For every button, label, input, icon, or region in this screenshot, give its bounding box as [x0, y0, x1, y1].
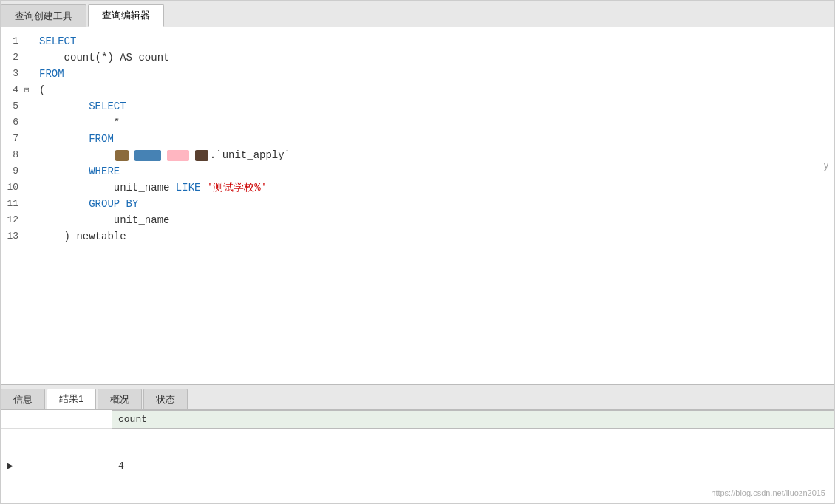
- line-content-13: ) newtable: [36, 228, 126, 245]
- result-tab-bar: 信息 结果1 概况 状态: [1, 385, 834, 410]
- line-num-10: 10: [1, 180, 24, 196]
- results-table: count ▶ 4: [1, 410, 834, 503]
- code-line-10: 10 unit_name LIKE '测试学校%': [1, 180, 834, 196]
- code-line-7: 7 FROM: [1, 131, 834, 147]
- results-content: count ▶ 4: [1, 410, 834, 503]
- code-line-2: 2 count(*) AS count: [1, 50, 834, 66]
- result-tab-result1[interactable]: 结果1: [47, 389, 96, 409]
- line-num-11: 11: [1, 196, 24, 212]
- watermark: https://blog.csdn.net/lluozn2015: [711, 488, 825, 497]
- line-content-8: .`unit_apply`: [36, 147, 290, 163]
- tab-query-editor[interactable]: 查询编辑器: [88, 4, 164, 27]
- line-content-7: FROM: [36, 131, 114, 147]
- result-tab-info[interactable]: 信息: [1, 389, 45, 409]
- line-num-6: 6: [1, 115, 24, 131]
- line-num-5: 5: [1, 98, 24, 115]
- code-line-9: 9 WHERE: [1, 163, 834, 180]
- line-num-4: 4: [1, 82, 24, 98]
- result-tab-status[interactable]: 状态: [143, 389, 188, 409]
- line-num-12: 12: [1, 212, 24, 228]
- main-container: 查询创建工具 查询编辑器 y 1 SELECT 2 count(*) AS co…: [0, 0, 835, 504]
- table-row: ▶ 4: [1, 429, 834, 503]
- line-content-1: SELECT: [36, 33, 76, 50]
- code-line-6: 6 *: [1, 115, 834, 131]
- line-content-5: SELECT: [36, 98, 126, 115]
- code-line-13: 13 ) newtable: [1, 228, 834, 245]
- code-line-5: 5 SELECT: [1, 98, 834, 115]
- top-tab-bar: 查询创建工具 查询编辑器: [1, 1, 834, 27]
- code-line-12: 12 unit_name: [1, 212, 834, 228]
- line-content-10: unit_name LIKE '测试学校%': [36, 180, 267, 196]
- line-content-6: *: [36, 115, 120, 131]
- result-tab-overview[interactable]: 概况: [98, 389, 142, 409]
- line-content-4: (: [36, 82, 45, 98]
- line-content-12: unit_name: [36, 212, 169, 228]
- tab-query-builder[interactable]: 查询创建工具: [1, 4, 86, 27]
- results-panel: 信息 结果1 概况 状态 count ▶ 4: [1, 385, 834, 503]
- line-num-2: 2: [1, 50, 24, 66]
- row-arrow: ▶: [1, 429, 112, 503]
- scrollbar-hint: y: [824, 160, 828, 171]
- code-line-3: 3 FROM: [1, 66, 834, 82]
- code-line-4: 4 ⊟ (: [1, 82, 834, 98]
- line-num-8: 8: [1, 147, 24, 163]
- line-num-7: 7: [1, 131, 24, 147]
- editor-area: y 1 SELECT 2 count(*) AS count 3 FROM 4 …: [1, 27, 834, 385]
- line-content-9: WHERE: [36, 163, 120, 180]
- code-line-8: 8 .`unit_apply`: [1, 147, 834, 163]
- line-num-9: 9: [1, 163, 24, 180]
- line-num-1: 1: [1, 33, 24, 50]
- line-num-13: 13: [1, 228, 24, 245]
- code-line-11: 11 GROUP BY: [1, 196, 834, 212]
- fold-4[interactable]: ⊟: [24, 82, 36, 98]
- line-num-3: 3: [1, 66, 24, 82]
- column-header-count: count: [112, 411, 834, 429]
- line-content-3: FROM: [36, 66, 64, 82]
- line-content-11: GROUP BY: [36, 196, 138, 212]
- code-line-1: 1 SELECT: [1, 33, 834, 50]
- line-content-2: count(*) AS count: [36, 50, 169, 66]
